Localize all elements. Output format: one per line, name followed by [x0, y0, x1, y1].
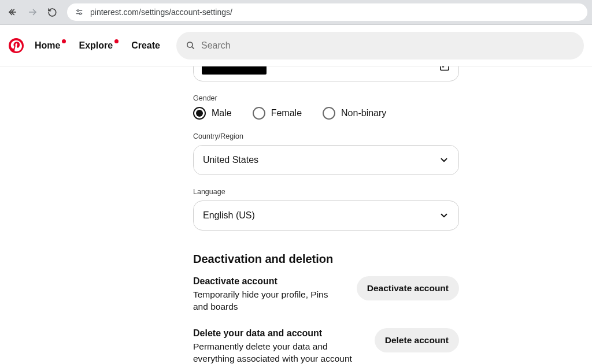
forward-button[interactable]	[24, 4, 40, 20]
url-text: pinterest.com/settings/account-settings/	[90, 8, 232, 17]
radio-selected-icon	[193, 107, 206, 120]
site-settings-icon[interactable]	[74, 7, 84, 17]
language-select[interactable]: English (US)	[193, 200, 459, 231]
gender-label: Gender	[193, 94, 459, 102]
address-bar[interactable]: pinterest.com/settings/account-settings/	[67, 3, 587, 21]
gender-option-male[interactable]: Male	[193, 107, 232, 120]
back-button[interactable]	[5, 4, 21, 20]
nav-create[interactable]: Create	[123, 36, 168, 55]
language-label: Language	[193, 188, 459, 196]
deactivate-block: Deactivate account Temporarily hide your…	[193, 276, 459, 313]
radio-unselected-icon	[253, 107, 265, 120]
delete-block: Delete your data and account Permanently…	[193, 328, 459, 364]
chevron-down-icon	[439, 155, 449, 165]
pinterest-logo-icon	[9, 38, 24, 53]
svg-rect-13	[442, 66, 444, 68]
nav-create-label: Create	[131, 40, 160, 50]
svg-point-5	[77, 10, 79, 12]
svg-point-6	[79, 13, 81, 14]
gender-male-label: Male	[212, 108, 232, 118]
redacted-value	[202, 66, 267, 75]
deactivate-button[interactable]: Deactivate account	[357, 276, 459, 300]
country-label: Country/Region	[193, 132, 459, 140]
search-bar[interactable]	[176, 32, 584, 60]
nav-home-label: Home	[35, 40, 60, 50]
browser-chrome: pinterest.com/settings/account-settings/	[0, 0, 592, 25]
country-value: United States	[203, 155, 258, 165]
radio-unselected-icon	[323, 107, 335, 120]
deactivate-desc: Temporarily hide your profile, Pins and …	[193, 289, 345, 313]
chevron-down-icon	[439, 210, 449, 221]
nav-explore-label: Explore	[79, 40, 113, 50]
gender-option-nonbinary[interactable]: Non-binary	[323, 107, 386, 120]
delete-button[interactable]: Delete account	[375, 328, 459, 352]
svg-line-9	[192, 47, 194, 49]
reload-icon	[47, 8, 57, 17]
pinterest-logo[interactable]	[8, 38, 24, 54]
search-icon	[186, 40, 195, 50]
app-header: Home Explore Create	[0, 25, 592, 66]
gender-female-label: Female	[271, 108, 302, 118]
deactivation-heading: Deactivation and deletion	[193, 252, 459, 266]
reload-button[interactable]	[44, 4, 60, 20]
deactivate-title: Deactivate account	[193, 276, 345, 287]
nav-home[interactable]: Home	[27, 36, 68, 55]
language-value: English (US)	[203, 210, 255, 221]
arrow-right-icon	[27, 7, 38, 17]
calendar-icon[interactable]	[439, 66, 450, 72]
nav-explore[interactable]: Explore	[71, 36, 121, 55]
gender-nonbinary-label: Non-binary	[341, 108, 386, 118]
country-select[interactable]: United States	[193, 145, 459, 175]
delete-desc: Permanently delete your data and everyth…	[193, 341, 363, 364]
gender-option-female[interactable]: Female	[253, 107, 302, 120]
gender-radio-group: Male Female Non-binary	[193, 107, 459, 120]
birthdate-field[interactable]	[193, 66, 459, 81]
svg-rect-10	[441, 66, 449, 70]
search-input[interactable]	[201, 40, 575, 51]
settings-content: Gender Male Female Non-binary Country/Re…	[0, 66, 592, 364]
delete-title: Delete your data and account	[193, 328, 363, 339]
